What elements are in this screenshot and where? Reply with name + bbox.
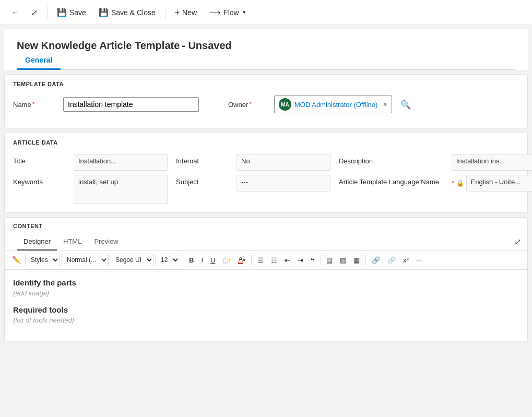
name-row: Name * Owner * MA MOD Administrator (Off…	[13, 96, 519, 113]
font-color-icon: A	[238, 256, 243, 264]
align-left-icon: ▤	[326, 256, 333, 264]
rte-styles-icon[interactable]: ✏️	[9, 254, 24, 266]
article-data-header: ARTICLE DATA	[5, 133, 527, 150]
rte-align-left-button[interactable]: ▤	[323, 255, 336, 266]
atl-required: *	[452, 180, 454, 187]
align-center-icon: ▥	[340, 256, 346, 264]
owner-required: *	[249, 101, 252, 108]
editor-section-2: Required tools {list of tools needed}	[13, 305, 519, 324]
name-input[interactable]	[63, 97, 199, 112]
owner-name[interactable]: MOD Administrator (Offline)	[294, 101, 377, 109]
flow-label: Flow	[223, 8, 239, 17]
save-label: Save	[69, 8, 86, 17]
editor-body[interactable]: Identify the parts {add image} Required …	[5, 270, 527, 341]
rte-more-button[interactable]: ···	[413, 255, 425, 266]
link-icon: 🔗	[372, 256, 380, 264]
tab-html[interactable]: HTML	[57, 233, 88, 251]
rte-align-right-button[interactable]: ▦	[350, 255, 363, 266]
rte-link-button[interactable]: 🔗	[369, 255, 383, 266]
rte-divider-4	[365, 255, 366, 265]
bullets-ul-icon: ☰	[257, 256, 264, 264]
toolbar-divider-1	[47, 6, 48, 19]
back-button[interactable]: ←	[6, 6, 24, 19]
rte-divider-1	[183, 255, 183, 265]
content-header: CONTENT	[13, 223, 43, 229]
new-icon: +	[175, 8, 180, 17]
tab-designer[interactable]: Designer	[17, 233, 57, 251]
article-data-body: Title Installation... Internal No Descri…	[5, 150, 527, 212]
template-data-body: Name * Owner * MA MOD Administrator (Off…	[5, 91, 527, 128]
page-title-container: New Knowledge Article Template - Unsaved	[17, 40, 515, 52]
subject-value: ---	[237, 175, 330, 192]
rte-highlight-button[interactable]: ◌ ▾	[219, 255, 234, 266]
internal-value: No	[237, 154, 330, 171]
editor-heading-2: Required tools	[13, 305, 519, 314]
rte-italic-button[interactable]: I	[198, 255, 206, 266]
bullets-ol-icon: ☷	[271, 256, 277, 264]
unlink-icon: 🔗	[387, 256, 396, 264]
quote-icon: ❝	[311, 256, 314, 264]
flow-button[interactable]: ⟶ Flow ▾	[204, 5, 251, 20]
save-icon: 💾	[57, 8, 67, 17]
rte-align-center-button[interactable]: ▥	[337, 255, 349, 266]
name-label: Name *	[13, 101, 55, 109]
editor-section-1: Identify the parts {add image}	[13, 278, 519, 297]
owner-field: MA MOD Administrator (Offline) ×	[274, 96, 392, 113]
flow-icon: ⟶	[209, 8, 221, 17]
rte-underline-button[interactable]: U	[207, 255, 218, 266]
rte-styles-select[interactable]: Styles	[25, 254, 60, 266]
title-label: Title	[13, 154, 65, 165]
lock-icon: 🔒	[456, 180, 464, 187]
new-button[interactable]: + New	[170, 5, 202, 20]
subject-label: Subject	[176, 175, 228, 186]
editor-placeholder-2: {list of tools needed}	[13, 316, 519, 324]
unsaved-label: - Unsaved	[182, 40, 232, 51]
rte-font-color-button[interactable]: A ▾	[235, 254, 249, 266]
rte-superscript-button[interactable]: x²	[400, 255, 412, 266]
popout-button[interactable]: ⤢	[26, 6, 43, 19]
name-required: *	[32, 101, 35, 108]
more-icon: ···	[416, 256, 422, 264]
template-data-header: TEMPLATE DATA	[5, 75, 527, 91]
keywords-value: install, set up	[74, 175, 168, 204]
rte-unlink-button[interactable]: 🔗	[384, 255, 399, 266]
save-close-icon: 💾	[99, 8, 109, 17]
internal-label: Internal	[176, 154, 228, 165]
indent-dec-icon: ⇤	[285, 256, 290, 264]
save-close-label: Save & Close	[111, 8, 156, 17]
main-tabs: General	[17, 52, 515, 70]
rte-bullets-ol-button[interactable]: ☷	[268, 255, 280, 266]
description-label: Description	[339, 154, 443, 165]
editor-heading-1: Identify the parts	[13, 278, 519, 287]
title-value: Installation...	[74, 154, 168, 171]
rte-font-select[interactable]: Segoe UI	[110, 254, 154, 266]
flow-chevron-icon: ▾	[243, 9, 246, 16]
new-label: New	[182, 8, 197, 17]
owner-avatar: MA	[279, 98, 291, 111]
toolbar: ← ⤢ 💾 Save 💾 Save & Close + New ⟶ Flow ▾	[0, 0, 532, 25]
owner-search-icon[interactable]: 🔍	[400, 100, 411, 110]
expand-icon[interactable]: ⤢	[514, 237, 521, 247]
owner-label: Owner *	[228, 101, 270, 109]
rte-bullets-ul-button[interactable]: ☰	[254, 255, 267, 266]
rte-size-select[interactable]: 12	[155, 254, 180, 266]
rte-quote-button[interactable]: ❝	[308, 255, 317, 266]
owner-close-button[interactable]: ×	[383, 100, 387, 109]
keywords-label: Keywords	[13, 175, 65, 186]
rte-indent-dec-button[interactable]: ⇤	[281, 255, 293, 266]
tab-general[interactable]: General	[17, 52, 61, 70]
tab-preview[interactable]: Preview	[88, 233, 124, 251]
rte-indent-inc-button[interactable]: ⇥	[294, 255, 306, 266]
align-right-icon: ▦	[353, 256, 360, 264]
indent-inc-icon: ⇥	[298, 256, 303, 264]
rte-normal-select[interactable]: Normal (...	[61, 254, 109, 266]
save-button[interactable]: 💾 Save	[52, 5, 91, 20]
page-title: New Knowledge Article Template	[17, 40, 180, 51]
save-close-button[interactable]: 💾 Save & Close	[93, 5, 161, 20]
toolbar-divider-2	[165, 6, 165, 19]
popout-icon: ⤢	[31, 8, 38, 17]
editor-placeholder-1: {add image}	[13, 289, 519, 297]
rte-divider-3	[320, 255, 321, 265]
rte-bold-button[interactable]: B	[186, 255, 197, 266]
article-template-language-value: English - Unite...	[466, 175, 532, 192]
